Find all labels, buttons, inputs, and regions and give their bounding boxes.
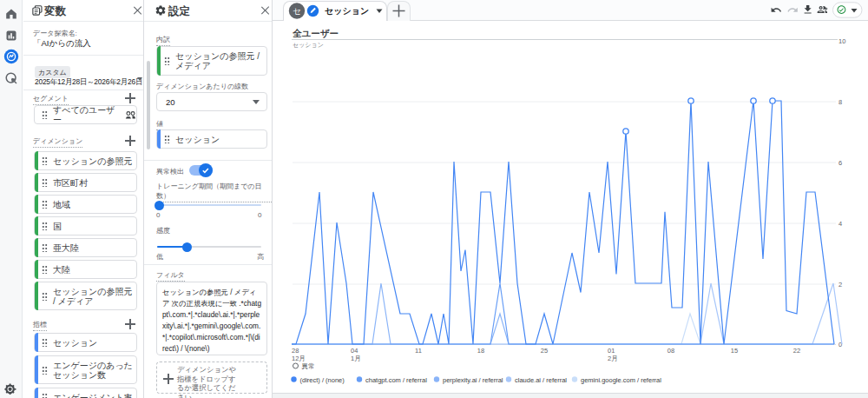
- svg-text:異常: 異常: [302, 362, 315, 370]
- svg-text:4: 4: [838, 220, 842, 228]
- svg-text:セッション: セッション: [293, 42, 324, 48]
- svg-text:15: 15: [731, 347, 738, 355]
- svg-text:6: 6: [838, 159, 842, 167]
- svg-text:12月: 12月: [292, 355, 306, 362]
- svg-text:1月: 1月: [351, 355, 361, 362]
- svg-text:18: 18: [477, 347, 484, 355]
- svg-text:perplexity.ai / referral: perplexity.ai / referral: [443, 376, 503, 384]
- svg-text:25: 25: [541, 347, 548, 355]
- svg-text:10: 10: [838, 37, 845, 45]
- svg-text:chatgpt.com / referral: chatgpt.com / referral: [365, 376, 427, 384]
- svg-text:全ユーザー: 全ユーザー: [293, 28, 339, 38]
- svg-text:(direct) / (none): (direct) / (none): [300, 376, 345, 384]
- svg-text:セ: セ: [293, 6, 301, 16]
- svg-text:08: 08: [667, 347, 674, 355]
- svg-text:2月: 2月: [608, 355, 618, 362]
- svg-text:22: 22: [793, 347, 800, 355]
- svg-text:8: 8: [838, 98, 842, 106]
- svg-text:セッション: セッション: [325, 6, 369, 16]
- svg-text:claude.ai / referral: claude.ai / referral: [515, 376, 567, 384]
- svg-text:2: 2: [838, 281, 842, 289]
- svg-text:gemini.google.com / referral: gemini.google.com / referral: [581, 376, 661, 384]
- svg-text:11: 11: [415, 347, 422, 355]
